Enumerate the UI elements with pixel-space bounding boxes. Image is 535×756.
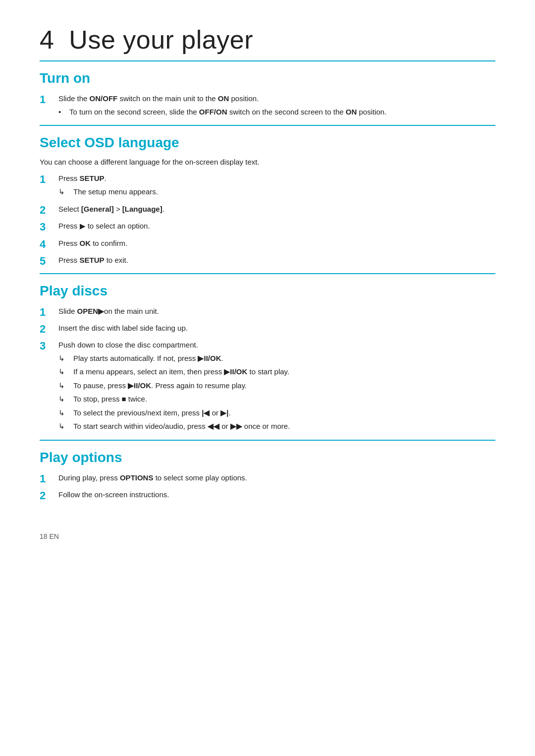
arrow-sym: ↳: [58, 353, 73, 364]
arrow-text: Play starts automatically. If not, press…: [73, 353, 223, 364]
step-content: Insert the disc with label side facing u…: [58, 323, 495, 334]
arrow-sub-item: ↳ To start search within video/audio, pr…: [58, 421, 495, 432]
play-options-step-2: 2 Follow the on-screen instructions.: [40, 489, 495, 502]
arrow-text: To start search within video/audio, pres…: [73, 421, 290, 432]
section-play-options: Play options 1 During play, press OPTION…: [40, 450, 495, 503]
section-select-osd: Select OSD language You can choose a dif…: [40, 135, 495, 268]
osd-step-3: 3 Press ▶ to select an option.: [40, 221, 495, 233]
footer-text: 18 EN: [40, 532, 59, 540]
play-discs-step-3: 3 Push down to close the disc compartmen…: [40, 340, 495, 435]
play-discs-step-2: 2 Insert the disc with label side facing…: [40, 323, 495, 336]
step-content: During play, press OPTIONS to select som…: [58, 472, 495, 484]
arrow-sub-item: ↳ To pause, press ▶II/OK. Press again to…: [58, 380, 495, 392]
arrow-sym: ↳: [58, 394, 73, 405]
step-number: 2: [40, 323, 58, 336]
page-title-text: Use your player: [69, 25, 253, 54]
osd-intro: You can choose a different language for …: [40, 158, 495, 166]
osd-step-2: 2 Select [General] > [Language].: [40, 204, 495, 217]
step-content: Press SETUP. ↳ The setup menu appears.: [58, 173, 495, 200]
arrow-sub-item: ↳ To select the previous/next item, pres…: [58, 407, 495, 419]
arrow-text: To stop, press ■ twice.: [73, 394, 147, 405]
section-turn-on: Turn on 1 Slide the ON/OFF switch on the…: [40, 70, 495, 120]
section-divider-3: [40, 440, 495, 441]
section-title-play-options: Play options: [40, 450, 495, 465]
osd-step-4: 4 Press OK to confirm.: [40, 238, 495, 251]
arrow-sub-item: ↳ If a menu appears, select an item, the…: [58, 366, 495, 378]
arrow-sym: ↳: [58, 380, 73, 392]
turn-on-step-1: 1 Slide the ON/OFF switch on the main un…: [40, 93, 495, 120]
section-divider-1: [40, 125, 495, 126]
sub-bullet-item: • To turn on the second screen, slide th…: [58, 107, 495, 118]
step-number: 4: [40, 238, 58, 251]
step-number: 5: [40, 255, 58, 268]
page-title: 4 Use your player: [40, 25, 495, 55]
arrow-sub-item: ↳ To stop, press ■ twice.: [58, 394, 495, 405]
step-content: Select [General] > [Language].: [58, 204, 495, 215]
arrow-text: To pause, press ▶II/OK. Press again to r…: [73, 380, 247, 392]
section-play-discs: Play discs 1 Slide OPEN▶on the main unit…: [40, 283, 495, 435]
section-divider-2: [40, 273, 495, 274]
osd-step-1: 1 Press SETUP. ↳ The setup menu appears.: [40, 173, 495, 200]
section-title-play-discs: Play discs: [40, 283, 495, 299]
sub-bullet-text: To turn on the second screen, slide the …: [69, 107, 386, 118]
arrow-sub-list: ↳ Play starts automatically. If not, pre…: [58, 353, 495, 432]
step-number: 1: [40, 93, 58, 106]
arrow-text: If a menu appears, select an item, then …: [73, 366, 289, 378]
arrow-list: ↳ The setup menu appears.: [58, 186, 495, 198]
step-number: 1: [40, 306, 58, 319]
turn-on-list: 1 Slide the ON/OFF switch on the main un…: [40, 93, 495, 120]
step-content: Slide OPEN▶on the main unit.: [58, 306, 495, 317]
arrow-sym: ↳: [58, 186, 73, 198]
arrow-text: The setup menu appears.: [73, 186, 158, 198]
step-content: Slide the ON/OFF switch on the main unit…: [58, 93, 495, 120]
bullet-dot: •: [58, 107, 69, 118]
play-options-list: 1 During play, press OPTIONS to select s…: [40, 472, 495, 503]
step-content: Follow the on-screen instructions.: [58, 489, 495, 501]
page-footer: 18 EN: [40, 532, 495, 540]
step-number: 1: [40, 173, 58, 186]
step-content: Press OK to confirm.: [58, 238, 495, 249]
sub-bullet-list: • To turn on the second screen, slide th…: [58, 107, 495, 118]
step-number: 2: [40, 204, 58, 217]
arrow-sym: ↳: [58, 421, 73, 432]
arrow-item: ↳ The setup menu appears.: [58, 186, 495, 198]
play-discs-step-1: 1 Slide OPEN▶on the main unit.: [40, 306, 495, 319]
step-content: Push down to close the disc compartment.…: [58, 340, 495, 435]
step-content: Press ▶ to select an option.: [58, 221, 495, 232]
arrow-sub-item: ↳ Play starts automatically. If not, pre…: [58, 353, 495, 364]
section-title-osd: Select OSD language: [40, 135, 495, 151]
osd-step-5: 5 Press SETUP to exit.: [40, 255, 495, 268]
play-options-step-1: 1 During play, press OPTIONS to select s…: [40, 472, 495, 485]
osd-list: 1 Press SETUP. ↳ The setup menu appears.…: [40, 173, 495, 268]
play-discs-list: 1 Slide OPEN▶on the main unit. 2 Insert …: [40, 306, 495, 435]
arrow-sym: ↳: [58, 407, 73, 419]
step-number: 2: [40, 489, 58, 502]
step-number: 1: [40, 472, 58, 485]
step-content: Press SETUP to exit.: [58, 255, 495, 266]
arrow-sym: ↳: [58, 366, 73, 378]
step-number: 3: [40, 221, 58, 233]
section-title-turn-on: Turn on: [40, 70, 495, 86]
title-divider: [40, 60, 495, 61]
chapter-number: 4: [40, 25, 54, 54]
step-number: 3: [40, 340, 58, 352]
arrow-text: To select the previous/next item, press …: [73, 407, 231, 419]
